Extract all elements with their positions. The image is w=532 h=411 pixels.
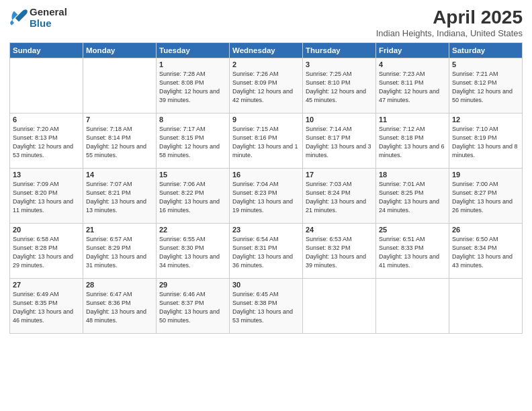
day-cell: 11Sunrise: 7:12 AM Sunset: 8:18 PM Dayli…	[376, 113, 449, 169]
day-cell: 4Sunrise: 7:23 AM Sunset: 8:11 PM Daylig…	[376, 58, 449, 113]
day-cell: 24Sunrise: 6:53 AM Sunset: 8:32 PM Dayli…	[303, 224, 376, 279]
day-cell: 17Sunrise: 7:03 AM Sunset: 8:24 PM Dayli…	[303, 169, 376, 224]
day-number: 10	[306, 116, 373, 124]
day-number: 18	[379, 171, 446, 179]
day-number: 2	[232, 60, 300, 68]
col-thursday: Thursday	[303, 43, 376, 58]
day-number: 1	[159, 60, 226, 68]
day-number: 28	[86, 281, 153, 289]
day-cell	[449, 279, 523, 334]
calendar-subtitle: Indian Heights, Indiana, United States	[376, 28, 523, 38]
day-cell: 14Sunrise: 7:07 AM Sunset: 8:21 PM Dayli…	[83, 169, 157, 224]
day-info: Sunrise: 7:00 AM Sunset: 8:27 PM Dayligh…	[452, 180, 519, 215]
day-cell: 7Sunrise: 7:18 AM Sunset: 8:14 PM Daylig…	[83, 113, 157, 169]
day-number: 7	[86, 116, 153, 124]
logo: General Blue	[9, 7, 67, 29]
logo-blue-text: Blue	[30, 18, 67, 30]
week-row-4: 27Sunrise: 6:49 AM Sunset: 8:35 PM Dayli…	[10, 279, 523, 334]
day-number: 29	[159, 281, 226, 289]
day-number: 6	[13, 116, 80, 124]
day-info: Sunrise: 7:25 AM Sunset: 8:10 PM Dayligh…	[306, 70, 373, 105]
day-number: 26	[452, 226, 519, 234]
day-info: Sunrise: 7:10 AM Sunset: 8:19 PM Dayligh…	[452, 125, 519, 160]
day-number: 5	[452, 60, 519, 68]
col-saturday: Saturday	[449, 43, 523, 58]
day-info: Sunrise: 6:58 AM Sunset: 8:28 PM Dayligh…	[13, 235, 80, 270]
day-cell: 21Sunrise: 6:57 AM Sunset: 8:29 PM Dayli…	[83, 224, 157, 279]
day-info: Sunrise: 6:47 AM Sunset: 8:36 PM Dayligh…	[86, 290, 153, 325]
day-cell: 19Sunrise: 7:00 AM Sunset: 8:27 PM Dayli…	[449, 169, 523, 224]
day-info: Sunrise: 7:18 AM Sunset: 8:14 PM Dayligh…	[86, 125, 153, 160]
week-row-3: 20Sunrise: 6:58 AM Sunset: 8:28 PM Dayli…	[10, 224, 523, 279]
day-cell: 20Sunrise: 6:58 AM Sunset: 8:28 PM Dayli…	[10, 224, 83, 279]
day-number: 19	[452, 171, 519, 179]
col-monday: Monday	[83, 43, 157, 58]
day-cell: 16Sunrise: 7:04 AM Sunset: 8:23 PM Dayli…	[230, 169, 303, 224]
day-cell: 25Sunrise: 6:51 AM Sunset: 8:33 PM Dayli…	[376, 224, 449, 279]
day-info: Sunrise: 7:20 AM Sunset: 8:13 PM Dayligh…	[13, 125, 80, 160]
day-cell: 22Sunrise: 6:55 AM Sunset: 8:30 PM Dayli…	[157, 224, 230, 279]
header-row: Sunday Monday Tuesday Wednesday Thursday…	[10, 43, 523, 58]
day-info: Sunrise: 7:26 AM Sunset: 8:09 PM Dayligh…	[232, 70, 300, 105]
day-info: Sunrise: 7:04 AM Sunset: 8:23 PM Dayligh…	[232, 180, 300, 215]
day-info: Sunrise: 7:09 AM Sunset: 8:20 PM Dayligh…	[13, 180, 80, 215]
col-sunday: Sunday	[10, 43, 83, 58]
day-info: Sunrise: 6:51 AM Sunset: 8:33 PM Dayligh…	[379, 235, 446, 270]
day-info: Sunrise: 6:49 AM Sunset: 8:35 PM Dayligh…	[13, 290, 80, 325]
day-number: 25	[379, 226, 446, 234]
day-number: 11	[379, 116, 446, 124]
day-cell: 6Sunrise: 7:20 AM Sunset: 8:13 PM Daylig…	[10, 113, 83, 169]
day-info: Sunrise: 7:12 AM Sunset: 8:18 PM Dayligh…	[379, 125, 446, 160]
day-number: 13	[13, 171, 80, 179]
day-number: 4	[379, 60, 446, 68]
day-number: 24	[306, 226, 373, 234]
col-wednesday: Wednesday	[230, 43, 303, 58]
day-info: Sunrise: 7:23 AM Sunset: 8:11 PM Dayligh…	[379, 70, 446, 105]
calendar-title: April 2025	[376, 7, 523, 28]
logo-text: General Blue	[30, 7, 67, 29]
day-cell	[303, 279, 376, 334]
day-info: Sunrise: 6:50 AM Sunset: 8:34 PM Dayligh…	[452, 235, 519, 270]
week-row-1: 6Sunrise: 7:20 AM Sunset: 8:13 PM Daylig…	[10, 113, 523, 169]
logo-icon	[9, 9, 28, 28]
day-cell: 10Sunrise: 7:14 AM Sunset: 8:17 PM Dayli…	[303, 113, 376, 169]
day-number: 30	[232, 281, 300, 289]
day-info: Sunrise: 7:21 AM Sunset: 8:12 PM Dayligh…	[452, 70, 519, 105]
day-cell: 8Sunrise: 7:17 AM Sunset: 8:15 PM Daylig…	[157, 113, 230, 169]
day-cell: 27Sunrise: 6:49 AM Sunset: 8:35 PM Dayli…	[10, 279, 83, 334]
day-cell	[376, 279, 449, 334]
day-cell: 2Sunrise: 7:26 AM Sunset: 8:09 PM Daylig…	[230, 58, 303, 113]
day-number: 3	[306, 60, 373, 68]
day-number: 16	[232, 171, 300, 179]
day-info: Sunrise: 7:15 AM Sunset: 8:16 PM Dayligh…	[232, 125, 300, 160]
day-info: Sunrise: 7:01 AM Sunset: 8:25 PM Dayligh…	[379, 180, 446, 215]
day-cell: 30Sunrise: 6:45 AM Sunset: 8:38 PM Dayli…	[230, 279, 303, 334]
day-info: Sunrise: 6:45 AM Sunset: 8:38 PM Dayligh…	[232, 290, 300, 325]
day-cell: 23Sunrise: 6:54 AM Sunset: 8:31 PM Dayli…	[230, 224, 303, 279]
day-number: 22	[159, 226, 226, 234]
day-cell: 12Sunrise: 7:10 AM Sunset: 8:19 PM Dayli…	[449, 113, 523, 169]
title-block: April 2025 Indian Heights, Indiana, Unit…	[376, 7, 523, 38]
day-number: 9	[232, 116, 300, 124]
day-cell: 5Sunrise: 7:21 AM Sunset: 8:12 PM Daylig…	[449, 58, 523, 113]
day-number: 20	[13, 226, 80, 234]
day-number: 14	[86, 171, 153, 179]
day-cell: 1Sunrise: 7:28 AM Sunset: 8:08 PM Daylig…	[157, 58, 230, 113]
day-number: 8	[159, 116, 226, 124]
day-info: Sunrise: 6:46 AM Sunset: 8:37 PM Dayligh…	[159, 290, 226, 325]
calendar-table: Sunday Monday Tuesday Wednesday Thursday…	[9, 42, 523, 334]
day-cell: 9Sunrise: 7:15 AM Sunset: 8:16 PM Daylig…	[230, 113, 303, 169]
day-cell: 28Sunrise: 6:47 AM Sunset: 8:36 PM Dayli…	[83, 279, 157, 334]
logo-general-text: General	[30, 7, 67, 18]
day-info: Sunrise: 6:57 AM Sunset: 8:29 PM Dayligh…	[86, 235, 153, 270]
day-info: Sunrise: 6:53 AM Sunset: 8:32 PM Dayligh…	[306, 235, 373, 270]
day-number: 12	[452, 116, 519, 124]
day-number: 15	[159, 171, 226, 179]
day-number: 23	[232, 226, 300, 234]
day-info: Sunrise: 7:06 AM Sunset: 8:22 PM Dayligh…	[159, 180, 226, 215]
day-cell: 15Sunrise: 7:06 AM Sunset: 8:22 PM Dayli…	[157, 169, 230, 224]
day-info: Sunrise: 7:28 AM Sunset: 8:08 PM Dayligh…	[159, 70, 226, 105]
header: General Blue April 2025 Indian Heights, …	[9, 7, 523, 38]
day-cell: 3Sunrise: 7:25 AM Sunset: 8:10 PM Daylig…	[303, 58, 376, 113]
day-info: Sunrise: 7:03 AM Sunset: 8:24 PM Dayligh…	[306, 180, 373, 215]
